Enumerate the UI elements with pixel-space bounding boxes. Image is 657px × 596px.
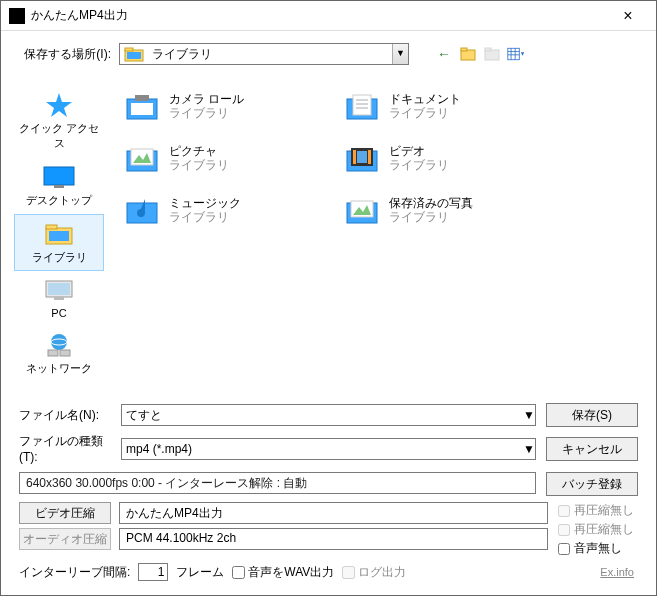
no-recompress-audio-check: 再圧縮無し — [558, 521, 638, 538]
network-icon — [41, 331, 77, 359]
back-icon[interactable]: ← — [435, 45, 453, 63]
save-location-label: 保存する場所(I): — [19, 46, 111, 63]
filetype-combo[interactable]: mp4 (*.mp4) ▼ — [121, 438, 536, 460]
pc-icon — [41, 277, 77, 305]
cameraroll-icon — [125, 89, 159, 123]
libraries-icon — [41, 220, 77, 248]
pictures-icon — [125, 141, 159, 175]
places-bar: クイック アクセス デスクトップ ライブラリ PC ネットワーク — [9, 77, 109, 397]
interleave-input[interactable] — [138, 563, 168, 581]
svg-rect-28 — [135, 95, 149, 101]
save-button[interactable]: 保存(S) — [546, 403, 638, 427]
place-quick-access[interactable]: クイック アクセス — [14, 85, 104, 157]
place-desktop[interactable]: デスクトップ — [14, 157, 104, 214]
svg-rect-41 — [357, 151, 367, 163]
place-network[interactable]: ネットワーク — [14, 325, 104, 382]
exinfo-link[interactable]: Ex.info — [600, 566, 634, 578]
wav-output-check[interactable]: 音声をWAV出力 — [232, 564, 334, 581]
svg-rect-40 — [368, 150, 371, 164]
place-pc[interactable]: PC — [14, 271, 104, 325]
svg-rect-30 — [353, 95, 371, 115]
status-text: 640x360 30.000fps 0:00 - インターレース解除 : 自動 — [19, 472, 536, 494]
batch-button[interactable]: バッチ登録 — [546, 472, 638, 496]
video-codec-value: かんたんMP4出力 — [119, 502, 548, 524]
svg-rect-14 — [44, 167, 74, 185]
list-item[interactable]: ピクチャライブラリ — [125, 133, 345, 183]
filetype-dropdown[interactable]: ▼ — [523, 442, 535, 456]
log-output-check: ログ出力 — [342, 564, 406, 581]
svg-rect-25 — [60, 350, 70, 356]
svg-rect-2 — [127, 52, 141, 59]
place-libraries[interactable]: ライブラリ — [14, 214, 104, 271]
window-title: かんたんMP4出力 — [31, 7, 608, 24]
close-button[interactable]: × — [608, 7, 648, 25]
save-location-combo[interactable]: ライブラリ ▼ — [119, 43, 409, 65]
no-recompress-video-check: 再圧縮無し — [558, 502, 638, 519]
filename-dropdown[interactable]: ▼ — [523, 408, 535, 422]
svg-rect-27 — [131, 103, 153, 115]
folder-icon — [124, 46, 144, 62]
desktop-icon — [41, 163, 77, 191]
svg-rect-21 — [54, 297, 64, 300]
star-icon — [41, 91, 77, 119]
save-location-text: ライブラリ — [148, 46, 392, 63]
view-menu-icon[interactable] — [507, 45, 525, 63]
svg-rect-4 — [461, 48, 467, 51]
list-item[interactable]: ミュージックライブラリ — [125, 185, 345, 235]
videos-icon — [345, 141, 379, 175]
cancel-button[interactable]: キャンセル — [546, 437, 638, 461]
svg-marker-13 — [46, 93, 72, 117]
interleave-label: インターリーブ間隔: — [19, 564, 130, 581]
svg-rect-24 — [48, 350, 58, 356]
up-folder-icon[interactable] — [459, 45, 477, 63]
list-item[interactable]: ドキュメントライブラリ — [345, 81, 565, 131]
filename-input[interactable]: てすと ▼ — [121, 404, 536, 426]
interleave-unit: フレーム — [176, 564, 224, 581]
svg-rect-20 — [48, 283, 70, 295]
list-item[interactable]: 保存済みの写真ライブラリ — [345, 185, 565, 235]
audio-compress-button: オーディオ圧縮 — [19, 528, 111, 550]
svg-rect-6 — [485, 48, 491, 51]
dropdown-button[interactable]: ▼ — [392, 44, 408, 64]
svg-rect-39 — [353, 150, 356, 164]
filetype-label: ファイルの種類(T): — [19, 433, 111, 464]
new-folder-icon[interactable] — [483, 45, 501, 63]
list-item[interactable]: カメラ ロールライブラリ — [125, 81, 345, 131]
documents-icon — [345, 89, 379, 123]
video-compress-button[interactable]: ビデオ圧縮 — [19, 502, 111, 524]
svg-rect-1 — [125, 48, 133, 51]
filename-label: ファイル名(N): — [19, 407, 111, 424]
app-icon — [9, 8, 25, 24]
svg-rect-18 — [49, 231, 69, 241]
svg-rect-7 — [508, 48, 519, 59]
audio-codec-value: PCM 44.100kHz 2ch — [119, 528, 548, 550]
music-icon — [125, 193, 159, 227]
svg-marker-12 — [521, 52, 524, 55]
list-item[interactable]: ビデオライブラリ — [345, 133, 565, 183]
savedpictures-icon — [345, 193, 379, 227]
svg-rect-15 — [54, 185, 64, 188]
svg-point-22 — [51, 334, 67, 350]
file-list[interactable]: カメラ ロールライブラリ ドキュメントライブラリ ピクチャライブラリ ビデオライ… — [109, 77, 638, 397]
svg-rect-17 — [46, 225, 57, 229]
no-audio-check[interactable]: 音声無し — [558, 540, 638, 557]
